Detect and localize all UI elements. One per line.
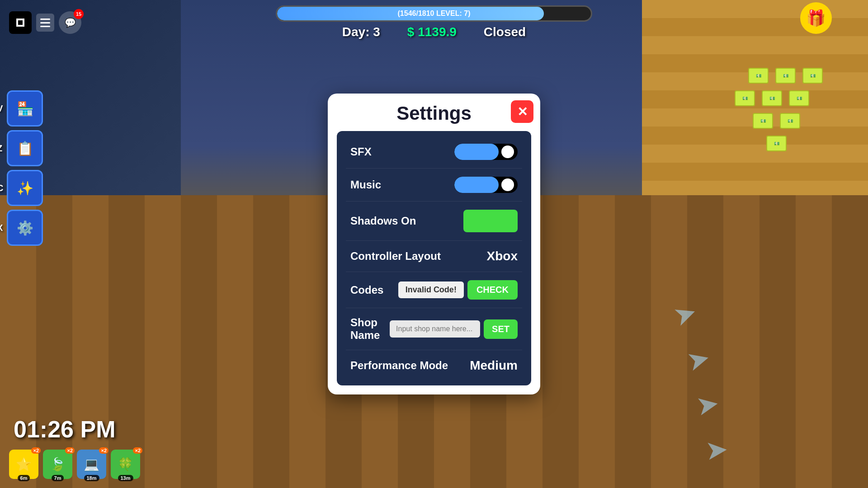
set-button[interactable]: SET (484, 319, 518, 339)
shop-name-label: Shop Name (350, 316, 390, 342)
controller-value[interactable]: Xbox (487, 249, 518, 263)
shop-name-area: SET (390, 319, 518, 339)
settings-row-controller: Controller Layout Xbox (346, 241, 522, 272)
music-toggle-thumb (501, 178, 514, 191)
shadows-label: Shadows On (350, 215, 416, 227)
sfx-label: SFX (350, 145, 372, 158)
shadows-toggle-btn[interactable] (463, 210, 518, 232)
check-button[interactable]: CHECK (467, 280, 518, 300)
settings-row-shopname: Shop Name SET (346, 308, 522, 350)
shop-name-input[interactable] (390, 320, 480, 338)
settings-title: Settings (337, 103, 531, 124)
settings-row-performance: Performance Mode Medium (346, 350, 522, 381)
music-label: Music (350, 178, 381, 191)
settings-modal: Settings ✕ SFX Music (328, 94, 540, 394)
performance-value[interactable]: Medium (470, 358, 518, 373)
sfx-toggle-fill (454, 144, 499, 160)
close-button[interactable]: ✕ (511, 100, 533, 123)
code-area: Invalid Code! CHECK (398, 280, 518, 300)
performance-label: Performance Mode (350, 359, 448, 372)
settings-body: SFX Music Shadows On (337, 131, 531, 385)
modal-overlay: Settings ✕ SFX Music (0, 0, 868, 488)
settings-row-music: Music (346, 169, 522, 202)
settings-row-shadows: Shadows On (346, 202, 522, 241)
sfx-toggle-thumb (501, 145, 514, 158)
music-toggle-fill (454, 177, 499, 193)
controller-label: Controller Layout (350, 250, 441, 263)
codes-label: Codes (350, 284, 383, 296)
music-toggle[interactable] (454, 177, 518, 193)
invalid-code-badge: Invalid Code! (398, 282, 464, 298)
settings-row-codes: Codes Invalid Code! CHECK (346, 272, 522, 308)
sfx-toggle[interactable] (454, 144, 518, 160)
close-icon: ✕ (517, 104, 528, 119)
settings-row-sfx: SFX (346, 136, 522, 169)
